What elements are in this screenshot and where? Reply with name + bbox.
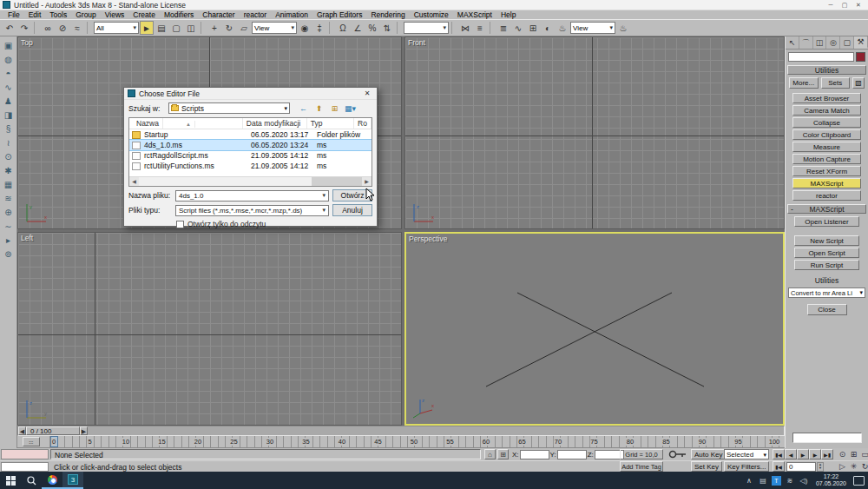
viewport-front[interactable]: Front x z [404,36,785,229]
menu-item[interactable]: reactor [240,10,271,19]
look-in-dropdown[interactable]: Scripts [168,102,290,114]
separator[interactable] [87,22,91,34]
tab-hierarchy[interactable]: ◫ [813,36,827,49]
rigid-body-collection-icon[interactable]: ▣ [2,39,15,51]
zoom-extents-icon[interactable]: ▭ [859,449,868,459]
maxscript-rollout-header[interactable]: - MAXScript [787,204,866,214]
viewport-label-left[interactable]: Left [21,234,33,242]
key-mode-dropdown[interactable]: Selected [724,449,769,459]
menu-item[interactable]: File [3,10,24,19]
pan-view-icon[interactable]: ✳ [848,461,859,472]
selection-filter-dropdown[interactable]: All [94,22,139,34]
previous-frame-icon[interactable]: ◀ [785,449,797,459]
soft-body-collection-icon[interactable]: ◓ [2,67,15,79]
start-button[interactable] [0,472,21,489]
column-name[interactable]: Nazwa▲ [129,118,243,129]
utility-button[interactable]: Camera Match [792,105,861,116]
selection-lock-icon[interactable]: ⌂ [484,449,496,459]
menu-item[interactable]: Character [198,10,239,19]
dialog-titlebar[interactable]: Choose Editor File ✕ [124,88,377,100]
taskbar-3dsmax-icon[interactable]: 3 [62,472,83,489]
filetype-combo[interactable]: Script files (*.ms,*.mse,*.mcr,*.mzp,*.d… [175,205,329,216]
rope-collection-icon[interactable]: ∿ [2,81,15,93]
reference-coordinate-dropdown[interactable]: View [252,22,297,34]
tray-app-icon[interactable]: T [772,476,781,486]
plane-icon[interactable]: ▦ [2,178,15,190]
open-listener-button[interactable]: Open Listener [794,216,859,227]
configure-button-sets-icon[interactable]: ▧ [852,77,865,89]
column-size[interactable]: Ro [354,118,372,129]
frame-spinner[interactable]: ▲▼ [817,462,824,472]
menu-item[interactable]: Create [128,10,160,19]
undo-icon[interactable]: ↶ [3,21,16,35]
tab-motion[interactable]: ◎ [826,36,840,49]
arc-rotate-icon[interactable]: ↻ [859,461,868,472]
dialog-close-icon[interactable]: ✕ [361,89,373,97]
new-script-button[interactable]: New Script [794,235,859,246]
zoom-all-icon[interactable]: ⊞ [848,449,859,459]
tray-overflow-icon[interactable]: ∧ [744,477,754,485]
water-icon[interactable]: ∼ [2,220,15,232]
toy-car-icon[interactable]: ⊕ [2,206,15,218]
zoom-icon[interactable]: ⊙ [837,449,848,459]
go-to-start-icon[interactable]: ▮◀ [773,449,785,459]
menu-item[interactable]: Modifiers [160,10,198,19]
select-and-manipulate-icon[interactable]: ‡ [312,21,326,35]
viewport-perspective[interactable]: Perspective z x [404,232,785,426]
menu-item[interactable]: Tools [45,10,71,19]
scroll-left-arrow[interactable]: ◀ [129,177,139,186]
wind-icon[interactable]: ≋ [2,192,15,204]
separator[interactable] [451,22,456,34]
y-coord-field[interactable] [557,450,587,459]
play-animation-icon[interactable]: ▶ [797,449,809,459]
run-script-button[interactable]: Run Script [794,260,859,270]
scroll-right-arrow[interactable]: ▶ [362,177,372,186]
close-utility-button[interactable]: Close [807,304,847,315]
up-one-level-icon[interactable]: ⬆ [312,102,326,114]
search-icon[interactable] [21,472,42,489]
select-and-link-icon[interactable]: ∞ [41,21,55,35]
taskbar-chrome-icon[interactable] [42,472,62,489]
select-and-move-icon[interactable]: + [207,21,221,35]
separator[interactable] [397,22,401,34]
mirror-icon[interactable]: ⋈ [458,21,472,35]
utility-button[interactable]: reactor [792,190,861,201]
file-row[interactable]: 4ds_1.0.ms 06.05.2020 13:24 ms [129,140,372,150]
spinner-snap-toggle-icon[interactable]: ⇅ [380,21,394,35]
tab-modify[interactable]: ⌒ [799,36,813,49]
menu-item[interactable]: Views [101,10,129,19]
utility-button[interactable]: Asset Browser [792,93,861,103]
maximize-button[interactable]: ▢ [838,2,852,9]
current-frame-field[interactable]: 0 [786,462,816,472]
snap-toggle-icon[interactable]: Ω [336,21,350,35]
layer-manager-icon[interactable]: ≣ [496,21,510,35]
named-selection-sets-dropdown[interactable] [404,22,449,34]
view-menu-icon[interactable]: ▦▾ [344,102,357,114]
utility-button[interactable]: Reset XForm [792,166,861,176]
maxscript-mini-listener-input[interactable] [1,462,49,472]
maxscript-mini-listener-macro[interactable] [1,449,49,459]
curve-editor-icon[interactable]: ∿ [511,21,525,35]
render-scene-dialog-icon[interactable]: ♨ [556,21,569,35]
open-script-button[interactable]: Open Script [794,248,859,258]
taskbar-clock[interactable]: 17:22 07.05.2020 [812,473,850,487]
column-type[interactable]: Typ [307,118,354,129]
viewport-label-front[interactable]: Front [408,38,425,47]
separator[interactable] [201,22,205,34]
ragdoll-icon[interactable]: ♟ [2,95,15,107]
object-color-swatch[interactable] [856,52,865,62]
go-to-end-icon[interactable]: ▶▮ [821,449,833,459]
separator[interactable] [34,22,38,34]
file-row[interactable]: Startup 06.05.2020 13:17 Folder plików [129,129,372,140]
close-button[interactable]: ✕ [852,2,865,9]
percent-snap-toggle-icon[interactable]: % [365,21,379,35]
menu-item[interactable]: Customize [410,10,453,19]
absolute-offset-mode-icon[interactable]: ⊞ [497,449,509,459]
time-slider-handle[interactable]: 0 / 100 [26,426,80,435]
spring-icon[interactable]: § [2,122,15,135]
track-bar[interactable]: ⚏ 0 051015202530354045505560657075808590… [17,436,785,448]
select-and-rotate-icon[interactable]: ↻ [222,21,236,35]
tray-keyboard-icon[interactable]: ▤ [758,477,768,485]
minimize-button[interactable]: ─ [824,2,838,9]
utility-button[interactable]: Color Clipboard [792,129,861,140]
